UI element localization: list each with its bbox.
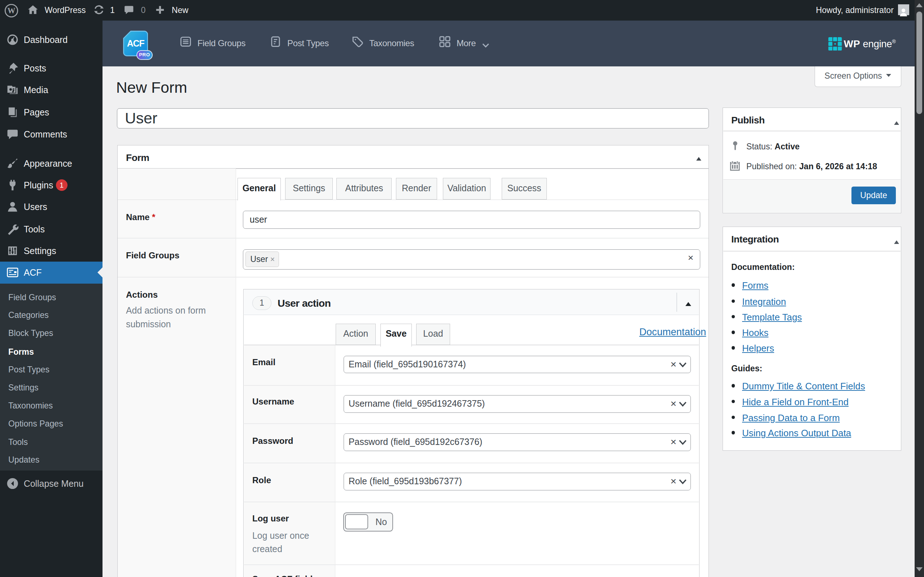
svg-text:ACF: ACF	[127, 38, 145, 48]
svg-text:W: W	[8, 6, 16, 15]
